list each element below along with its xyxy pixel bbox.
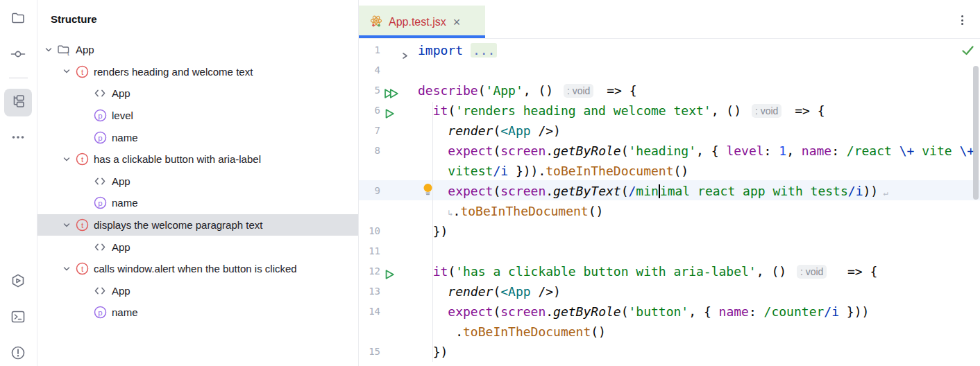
chevron-down-icon[interactable] <box>61 66 72 77</box>
structure-tree-item[interactable]: App <box>37 280 358 302</box>
close-icon[interactable]: × <box>453 16 461 28</box>
tool-window-stripe <box>0 0 37 366</box>
tool-stripe-problems-button[interactable] <box>4 340 32 366</box>
tab-app-test-jsx[interactable]: App.test.jsx × <box>359 6 485 38</box>
code-text: render(<App />) <box>418 281 561 302</box>
panel-title: Structure <box>51 12 97 27</box>
code-token: ( <box>621 184 629 198</box>
code-token: () <box>591 324 606 339</box>
code-text: }) <box>418 221 448 241</box>
editor-tab-bar: App.test.jsx × <box>359 0 980 39</box>
code-token: , () <box>711 103 749 118</box>
code-token <box>463 43 471 58</box>
code-editor[interactable]: 1import ...45describe('App', () : void =… <box>359 39 980 366</box>
tool-stripe-more-button[interactable] <box>4 125 32 152</box>
problems-icon <box>10 345 26 364</box>
code-token <box>418 264 433 279</box>
tree-item-label: calls window.alert when the button is cl… <box>94 263 297 274</box>
inlay-hint-void[interactable]: : void <box>797 265 827 279</box>
code-token: describe <box>418 83 478 98</box>
line-number: 7 <box>359 121 380 141</box>
code-token: ( <box>493 284 500 299</box>
code-line[interactable]: 1import ... <box>359 40 980 60</box>
tool-stripe-terminal-button[interactable] <box>4 304 32 332</box>
code-token: 'renders heading and welcome text' <box>455 103 711 118</box>
structure-tree-item[interactable]: App <box>37 236 358 258</box>
tree-item-label: displays the welcome paragraph text <box>94 219 262 231</box>
structure-tree-item[interactable]: pname <box>37 302 358 324</box>
inlay-hint-void[interactable]: : void <box>752 104 782 118</box>
editor-scrollbar[interactable] <box>973 66 979 200</box>
code-line[interactable]: 5describe('App', () : void => { <box>359 80 980 101</box>
code-token <box>418 164 448 178</box>
inlay-hint-void[interactable]: : void <box>564 84 593 98</box>
folder-icon <box>10 10 26 29</box>
chevron-down-icon[interactable] <box>61 154 72 165</box>
code-token: => { <box>832 264 877 279</box>
code-token: . <box>546 304 553 319</box>
test-icon: t <box>75 65 89 78</box>
code-token: ( <box>493 123 500 138</box>
chevron-down-icon[interactable] <box>61 263 72 274</box>
code-line[interactable]: .toBeInTheDocument() <box>359 322 980 342</box>
code-token: screen <box>500 304 546 319</box>
structure-tree-item[interactable]: plevel <box>37 105 358 127</box>
code-line[interactable]: 6 it('renders heading and welcome text',… <box>359 101 980 121</box>
structure-panel: Structure tApptrenders heading and welco… <box>37 0 359 366</box>
code-line[interactable]: ↳.toBeInTheDocument() <box>359 201 980 221</box>
code-line[interactable]: 12 it('has a clickable button with aria-… <box>359 261 980 281</box>
structure-tree-item[interactable]: App <box>37 82 358 105</box>
code-token: name <box>719 304 749 319</box>
code-token: . <box>546 184 553 198</box>
intention-bulb-icon[interactable] <box>422 183 434 198</box>
code-token <box>418 103 433 118</box>
code-line[interactable]: 10 }) <box>359 221 980 241</box>
code-line[interactable]: 14 expect(screen.getByRole('button', { n… <box>359 302 980 322</box>
code-token: render <box>448 123 493 138</box>
code-line[interactable]: 7 render(<App />) <box>359 121 980 141</box>
code-line[interactable]: 4 <box>359 60 980 80</box>
svg-text:p: p <box>98 112 102 120</box>
tool-stripe-services-button[interactable] <box>4 268 32 296</box>
svg-text:p: p <box>98 308 102 317</box>
structure-tree-item[interactable]: tcalls window.alert when the button is c… <box>37 258 358 280</box>
code-text: it('renders heading and welcome text', (… <box>418 101 825 121</box>
editor-options-kebab-icon[interactable] <box>956 14 968 26</box>
tree-item-label: App <box>112 87 130 99</box>
code-token: <App <box>500 123 530 138</box>
code-line[interactable]: 8 expect(screen.getByRole('heading', { l… <box>359 141 980 161</box>
tree-item-label: name <box>112 306 138 318</box>
code-token: , () <box>757 264 794 279</box>
code-token: : <box>831 143 847 158</box>
code-token: / <box>629 184 636 198</box>
code-token: ( <box>448 103 455 118</box>
code-token: . <box>418 324 463 339</box>
structure-tree-item[interactable]: thas a clickable button with aria-label <box>37 148 358 171</box>
code-token: })). <box>508 164 546 178</box>
code-line[interactable]: 13 render(<App />) <box>359 281 980 302</box>
code-line[interactable]: 9 expect(screen.getByText(/minimal react… <box>359 181 980 201</box>
code-token: ( <box>621 143 629 158</box>
chevron-down-icon[interactable] <box>43 44 54 55</box>
structure-tree-item[interactable]: tApp <box>37 39 358 61</box>
structure-tree-item[interactable]: tdisplays the welcome paragraph text <box>37 214 358 236</box>
code-text: }) <box>418 342 448 362</box>
tool-stripe-structure-button[interactable] <box>4 89 32 116</box>
code-line[interactable]: 11 <box>359 241 980 261</box>
folded-import-region[interactable]: ... <box>471 43 498 58</box>
code-token: 'button' <box>629 304 689 319</box>
code-token: 'App' <box>486 83 523 98</box>
code-token: screen <box>500 143 546 158</box>
terminal-icon <box>10 308 26 328</box>
code-line[interactable]: 15 }) <box>359 342 980 362</box>
code-line[interactable]: vitest/i })).toBeInTheDocument() <box>359 161 980 181</box>
tree-item-label: App <box>112 175 130 187</box>
structure-tree-item[interactable]: App <box>37 171 358 193</box>
tool-stripe-commit-button[interactable] <box>4 42 32 69</box>
structure-tree-item[interactable]: pname <box>37 192 358 214</box>
structure-tree-item[interactable]: trenders heading and welcome text <box>37 61 358 83</box>
tool-stripe-project-button[interactable] <box>4 6 32 33</box>
jsx-icon <box>93 284 107 297</box>
structure-tree-item[interactable]: pname <box>37 126 358 148</box>
chevron-down-icon[interactable] <box>61 220 72 231</box>
